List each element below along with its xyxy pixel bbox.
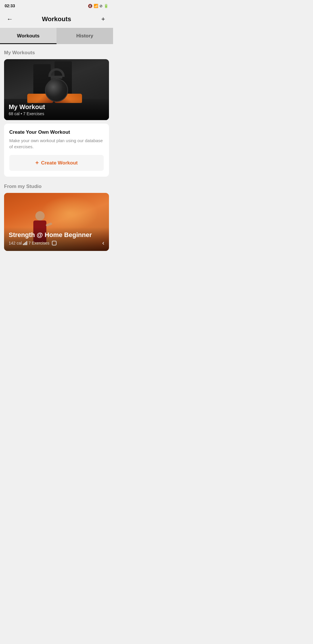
battery-icon: 🔋 (104, 4, 108, 8)
chevron-left-icon: ‹ (102, 239, 104, 247)
watch-icon (52, 241, 57, 245)
block-icon: ⊘ (99, 4, 103, 8)
workout-meta: 68 cal • 7 Exercises (9, 111, 104, 116)
status-icons: 🔇 📶 ⊘ 🔋 (88, 4, 108, 8)
create-workout-button[interactable]: + Create Workout (9, 155, 104, 171)
plus-icon: + (35, 160, 39, 166)
my-workout-card[interactable]: My Workout 68 cal • 7 Exercises (4, 59, 109, 120)
tab-history[interactable]: History (57, 28, 113, 44)
studio-card[interactable]: Strength @ Home Beginner 142 cal 7 Exerc… (4, 193, 109, 251)
tab-bar: Workouts History (0, 28, 113, 44)
kb-flat (51, 76, 62, 79)
studio-workout-name: Strength @ Home Beginner (9, 231, 104, 239)
studio-meta: 142 cal 7 Exercises (9, 241, 57, 245)
back-button[interactable]: ← (5, 14, 15, 24)
studio-section-title: From my Studio (4, 184, 109, 189)
app-bar: ← Workouts + (0, 10, 113, 28)
page-title: Workouts (42, 15, 71, 23)
kb-body (45, 79, 68, 102)
bar-chart-icon (23, 241, 27, 245)
wifi-off-icon: 📶 (94, 4, 98, 8)
create-workout-label: Create Workout (41, 160, 78, 166)
studio-overlay: Strength @ Home Beginner 142 cal 7 Exerc… (4, 227, 109, 251)
status-time: 02:33 (5, 3, 15, 8)
main-content: My Workouts My Workout (0, 44, 113, 257)
kettlebell (45, 68, 68, 102)
create-card-title: Create Your Own Workout (9, 129, 104, 135)
create-card-description: Make your own workout plan using our dat… (9, 138, 104, 150)
add-button[interactable]: + (98, 14, 108, 24)
tab-workouts[interactable]: Workouts (0, 28, 57, 44)
workout-name: My Workout (9, 103, 104, 111)
my-workouts-section-title: My Workouts (4, 50, 109, 56)
studio-meta-row: 142 cal 7 Exercises ‹ (9, 239, 104, 247)
status-bar: 02:33 🔇 📶 ⊘ 🔋 (0, 0, 113, 10)
workout-card-overlay: My Workout 68 cal • 7 Exercises (4, 99, 109, 120)
person-head (35, 211, 45, 220)
create-own-workout-card: Create Your Own Workout Make your own wo… (4, 124, 109, 177)
mute-icon: 🔇 (88, 4, 92, 8)
